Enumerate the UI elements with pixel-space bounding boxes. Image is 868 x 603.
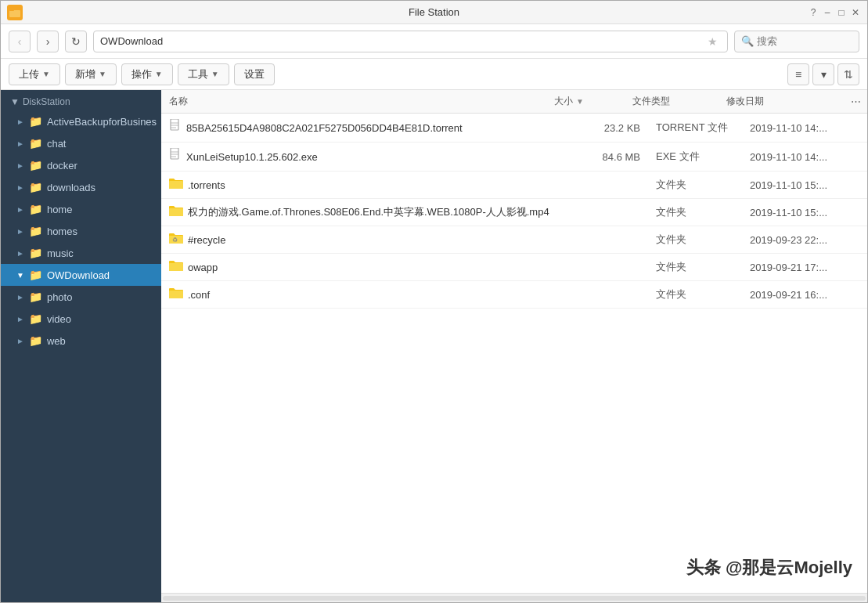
col-name-header[interactable]: 名称: [161, 90, 546, 113]
diskstation-label: DiskStation: [23, 96, 70, 107]
chevron-icon: ►: [16, 161, 24, 170]
svg-rect-15: [169, 263, 183, 271]
folder-icon: 📁: [29, 115, 42, 128]
file-list: 85BA25615D4A9808C2A021F5275D056DD4B4E81D…: [161, 114, 867, 593]
col-size-header[interactable]: 大小 ▼: [546, 90, 625, 113]
sidebar-item-video[interactable]: ► 📁 video: [1, 308, 161, 330]
close-btn[interactable]: ✕: [850, 7, 861, 18]
upload-arrow: ▼: [42, 70, 50, 78]
tools-label: 工具: [188, 67, 208, 81]
chevron-icon: ►: [16, 205, 24, 214]
sidebar-item-chat[interactable]: ► 📁 chat: [1, 132, 161, 154]
folder-icon: 📁: [29, 247, 42, 259]
file-type-cell: 文件夹: [648, 255, 742, 280]
svg-text:♻: ♻: [172, 237, 178, 244]
file-date-cell: 2019-09-21 17:...: [742, 256, 867, 279]
folder-icon: 📁: [29, 334, 42, 347]
new-arrow: ▼: [99, 70, 106, 78]
file-date-cell: 2019-11-10 14:...: [742, 146, 867, 168]
sidebar-item-label: docker: [47, 160, 77, 172]
col-date-label: 修改日期: [726, 95, 764, 108]
folder-icon: [169, 204, 183, 220]
settings-label: 设置: [244, 67, 265, 81]
file-date-cell: 2019-11-10 14:...: [742, 117, 867, 139]
folder-icon: 📁: [29, 225, 42, 237]
list-view-button[interactable]: ≡: [787, 63, 809, 85]
sidebar-item-label: music: [47, 247, 74, 259]
file-name: XunLeiSetup10.1.25.602.exe: [186, 151, 318, 163]
table-row[interactable]: ♻ #recycle 文件夹 2019-09-23 22:...: [161, 226, 867, 254]
horizontal-scrollbar[interactable]: [161, 593, 867, 602]
sidebar-item-label: video: [47, 313, 71, 325]
chevron-icon: ►: [16, 315, 24, 323]
file-content: 名称 大小 ▼ 文件类型 修改日期 ⋯: [161, 90, 867, 602]
diskstation-section[interactable]: ▼ DiskStation: [1, 90, 161, 110]
search-bar[interactable]: 🔍: [734, 31, 859, 52]
file-type-cell: 文件夹: [648, 227, 742, 252]
recycle-icon: ♻: [169, 232, 183, 247]
chevron-icon: ►: [16, 183, 24, 192]
table-row[interactable]: XunLeiSetup10.1.25.602.exe 84.6 MB EXE 文…: [161, 143, 867, 172]
file-name-cell: XunLeiSetup10.1.25.602.exe: [161, 143, 570, 171]
view-controls: ≡ ▾ ⇅: [787, 63, 859, 85]
navigation-toolbar: ‹ › ↻ OWDownload ★ 🔍: [1, 24, 867, 59]
file-name-cell: 权力的游戏.Game.of.Thrones.S08E06.End.中英字幕.WE…: [161, 199, 570, 226]
svg-rect-11: [169, 181, 183, 189]
sort-button[interactable]: ⇅: [837, 63, 859, 85]
table-row[interactable]: .conf 文件夹 2019-09-21 16:...: [161, 281, 867, 309]
sidebar-item-docker[interactable]: ► 📁 docker: [1, 154, 161, 176]
chevron-icon: ►: [16, 227, 24, 236]
sidebar-item-owdownload[interactable]: ▼ 📁 OWDownload: [1, 264, 161, 286]
table-row[interactable]: 权力的游戏.Game.of.Thrones.S08E06.End.中英字幕.WE…: [161, 199, 867, 226]
file-type-cell: TORRENT 文件: [648, 115, 742, 140]
help-btn[interactable]: ?: [808, 7, 819, 18]
table-row[interactable]: 85BA25615D4A9808C2A021F5275D056DD4B4E81D…: [161, 114, 867, 143]
refresh-button[interactable]: ↻: [65, 31, 87, 52]
file-name: .torrents: [188, 179, 225, 191]
col-type-header[interactable]: 文件类型: [625, 90, 719, 113]
view-options-button[interactable]: ▾: [812, 63, 834, 85]
table-row[interactable]: owapp 文件夹 2019-09-21 17:...: [161, 254, 867, 281]
upload-label: 上传: [19, 67, 39, 81]
tools-button[interactable]: 工具 ▼: [178, 63, 229, 85]
sidebar-item-home[interactable]: ► 📁 home: [1, 198, 161, 220]
sort-arrow-icon: ▼: [576, 97, 584, 106]
sidebar-item-web[interactable]: ► 📁 web: [1, 330, 161, 352]
svg-rect-2: [9, 9, 14, 11]
file-date-cell: 2019-09-21 16:...: [742, 283, 867, 306]
svg-rect-16: [169, 291, 183, 298]
col-more-button[interactable]: ⋯: [844, 91, 867, 113]
file-size-cell: [570, 207, 648, 218]
file-type-cell: EXE 文件: [648, 144, 742, 169]
forward-button[interactable]: ›: [37, 31, 59, 52]
settings-button[interactable]: 设置: [234, 63, 275, 85]
col-date-header[interactable]: 修改日期: [719, 90, 844, 113]
sidebar-item-activebackup[interactable]: ► 📁 ActiveBackupforBusines: [1, 110, 161, 132]
file-type-cell: 文件夹: [648, 282, 742, 307]
operations-button[interactable]: 操作 ▼: [121, 63, 173, 85]
col-size-label: 大小: [554, 95, 573, 108]
file-name-cell: 85BA25615D4A9808C2A021F5275D056DD4B4E81D…: [161, 114, 570, 142]
maximize-btn[interactable]: □: [836, 7, 847, 18]
svg-rect-1: [9, 10, 20, 17]
watermark: 头条 @那是云Mojelly: [686, 556, 852, 580]
path-bar: OWDownload ★: [93, 31, 728, 52]
upload-button[interactable]: 上传 ▼: [9, 63, 60, 85]
bookmark-button[interactable]: ★: [704, 35, 721, 48]
exe-icon: [169, 148, 182, 165]
folder-icon: 📁: [29, 159, 42, 172]
file-name: 85BA25615D4A9808C2A021F5275D056DD4B4E81D…: [186, 122, 463, 134]
sidebar-item-photo[interactable]: ► 📁 photo: [1, 286, 161, 308]
sidebar-item-homes[interactable]: ► 📁 homes: [1, 220, 161, 242]
file-name-cell: owapp: [161, 254, 570, 280]
search-input[interactable]: [757, 35, 851, 47]
new-button[interactable]: 新增 ▼: [65, 63, 117, 85]
sidebar-item-downloads[interactable]: ► 📁 downloads: [1, 176, 161, 198]
file-size-cell: [570, 289, 648, 300]
file-type-cell: 文件夹: [648, 200, 742, 225]
titlebar: File Station ? – □ ✕: [1, 1, 867, 24]
table-row[interactable]: .torrents 文件夹 2019-11-10 15:...: [161, 172, 867, 199]
back-button[interactable]: ‹: [9, 31, 31, 52]
minimize-btn[interactable]: –: [822, 7, 833, 18]
sidebar-item-music[interactable]: ► 📁 music: [1, 242, 161, 264]
